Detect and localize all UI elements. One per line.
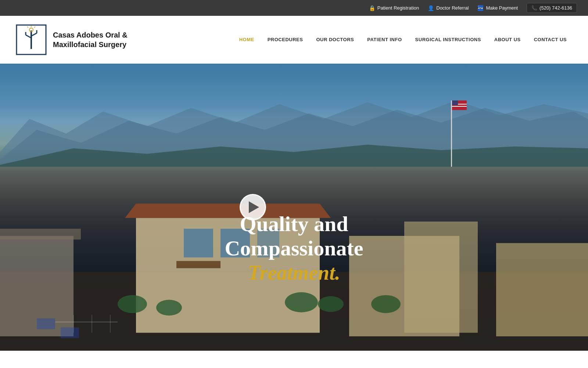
flag-pole <box>451 100 452 167</box>
nav-procedures[interactable]: PROCEDURES <box>261 33 310 46</box>
hero-title-line2: Compassionate <box>184 236 404 261</box>
top-bar: 🔒 Patient Registration 👤 Doctor Referral… <box>0 0 588 16</box>
hero-title-line1: Quality and <box>184 212 404 237</box>
make-payment-label: Make Payment <box>486 5 518 11</box>
below-hero-section: Tucson's Best Oral Surgeons <box>0 351 588 368</box>
svg-line-3 <box>26 35 31 38</box>
svg-line-10 <box>27 26 28 28</box>
us-flag <box>452 100 467 110</box>
hero-section: Quality and Compassionate Treatment. <box>0 64 588 351</box>
nav-surgical-instructions[interactable]: SURGICAL INSTRUCTIONS <box>409 33 488 46</box>
person-icon: 👤 <box>428 5 434 11</box>
patient-registration-link[interactable]: 🔒 Patient Registration <box>369 5 419 11</box>
svg-rect-24 <box>404 222 478 333</box>
nav-our-doctors[interactable]: OUR DOCTORS <box>309 33 361 46</box>
nav-home[interactable]: HOME <box>233 33 261 46</box>
phone-button[interactable]: 📞 (520) 742-6136 <box>527 3 577 13</box>
logo-icon <box>15 23 48 56</box>
svg-point-29 <box>318 296 344 312</box>
nav-patient-info[interactable]: PATIENT INFO <box>361 33 408 46</box>
phone-icon: 📞 <box>531 5 537 11</box>
phone-number: (520) 742-6136 <box>539 5 572 11</box>
patient-registration-label: Patient Registration <box>377 5 419 11</box>
svg-rect-36 <box>61 328 79 338</box>
lock-icon: 🔒 <box>369 5 375 11</box>
svg-line-5 <box>31 33 37 36</box>
svg-point-26 <box>118 295 147 313</box>
main-nav: HOME PROCEDURES OUR DOCTORS PATIENT INFO… <box>147 33 573 46</box>
card-icon: 🏧 <box>477 5 484 11</box>
svg-rect-22 <box>0 229 81 240</box>
svg-point-28 <box>285 292 318 312</box>
svg-point-30 <box>371 295 401 313</box>
nav-about-us[interactable]: ABOUT US <box>488 33 527 46</box>
svg-rect-25 <box>496 243 588 337</box>
header: Casas Adobes Oral & Maxillofacial Surger… <box>0 16 588 64</box>
doctor-referral-label: Doctor Referral <box>436 5 469 11</box>
logo-text: Casas Adobes Oral & Maxillofacial Surger… <box>53 30 128 49</box>
svg-line-9 <box>34 26 35 28</box>
nav-contact-us[interactable]: CONTACT US <box>527 33 573 46</box>
doctor-referral-link[interactable]: 👤 Doctor Referral <box>428 5 469 11</box>
play-icon <box>249 201 259 213</box>
hero-title-line3: Treatment. <box>184 261 404 284</box>
svg-point-27 <box>156 300 182 316</box>
make-payment-link[interactable]: 🏧 Make Payment <box>477 5 518 11</box>
svg-rect-35 <box>37 318 55 329</box>
hero-text: Quality and Compassionate Treatment. <box>184 212 404 284</box>
logo-area: Casas Adobes Oral & Maxillofacial Surger… <box>15 23 147 56</box>
